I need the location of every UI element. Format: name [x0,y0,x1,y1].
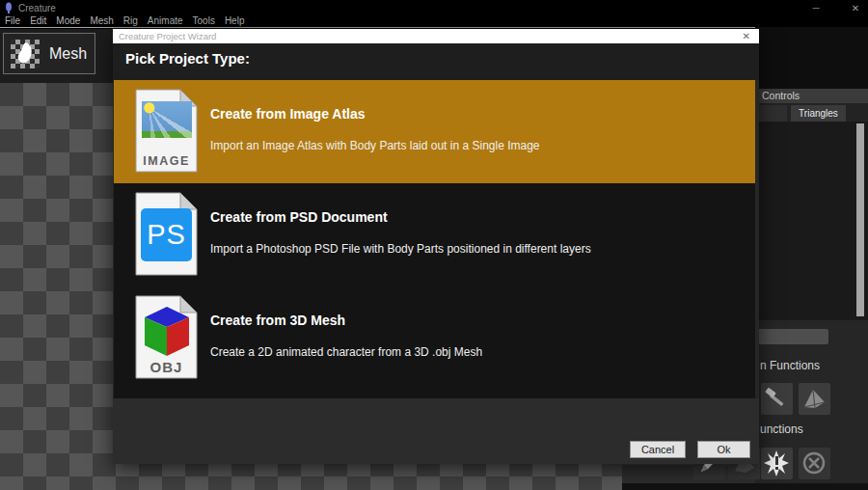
triangles-list-panel [755,122,868,320]
option-description: Import a Photoshop PSD File with Body Pa… [210,242,591,256]
window-titlebar: Creature ─ ✕ [0,0,868,15]
hammer-tool-button[interactable] [761,383,793,415]
close-icon[interactable]: ✕ [849,3,862,14]
ok-button[interactable]: Ok [697,441,750,458]
image-atlas-file-icon: IMAGE [135,89,199,174]
menu-mode[interactable]: Mode [51,15,85,27]
psd-file-icon: PS [135,192,199,277]
obj-file-icon: OBJ [135,295,199,380]
spark-tool-button[interactable] [761,448,793,479]
menu-file[interactable]: File [0,15,25,27]
bottom-dock-strip [622,483,868,490]
window-title: Creature [18,3,56,14]
menu-tools[interactable]: Tools [188,15,220,27]
cancel-button[interactable]: Cancel [630,441,686,458]
option-title: Create from Image Atlas [210,106,366,122]
obj-badge-label: OBJ [136,359,197,375]
psd-badge-box: PS [141,208,192,261]
project-type-list: IMAGE Create from Image Atlas Import an … [114,80,755,398]
menu-help[interactable]: Help [220,15,250,27]
mesh-thumbnail-icon [11,40,40,68]
image-thumbnail [142,101,192,138]
minimize-icon[interactable]: ─ [809,3,823,14]
menu-bar: FileEditModeMeshRigAnimateToolsHelp [0,15,868,28]
right-panel: Controls Triangles n Functions unctions [755,27,868,490]
project-wizard-dialog: Creature Project Wizard ✕ Pick Project T… [113,29,759,464]
menu-mesh[interactable]: Mesh [85,15,118,27]
option-title: Create from 3D Mesh [210,313,345,328]
image-badge-label: IMAGE [136,154,197,168]
dialog-titlebar[interactable]: Creature Project Wizard ✕ [113,29,759,43]
dialog-title: Creature Project Wizard [119,31,216,41]
controls-label: Controls [762,90,800,101]
panel-tabs: Triangles [755,103,868,122]
mesh-region-tool-button[interactable] [799,383,830,415]
functions-label-top: n Functions [760,359,820,372]
creature-logo-icon [4,2,14,14]
option-3d-mesh[interactable]: OBJ Create from 3D Mesh Create a 2D anim… [114,286,755,390]
tab-stub[interactable] [755,105,787,122]
left-toolbar: Mesh [0,29,113,83]
panel-slider-bar[interactable] [755,329,828,344]
option-image-atlas[interactable]: IMAGE Create from Image Atlas Import an … [114,80,755,183]
menu-animate[interactable]: Animate [143,15,188,27]
menu-edit[interactable]: Edit [25,15,51,27]
option-psd-document[interactable]: PS Create from PSD Document Import a Pho… [114,183,755,286]
functions-label-bottom: unctions [760,422,803,436]
scrollbar-thumb[interactable] [856,123,864,316]
mesh-tool-button[interactable]: Mesh [3,33,95,74]
dialog-footer: Cancel Ok [113,398,759,464]
creature-app-window: Creature ─ ✕ FileEditModeMeshRigAnimateT… [0,0,868,490]
dialog-heading: Pick Project Type: [125,50,250,67]
controls-panel-header: Controls [755,89,868,103]
tab-triangles[interactable]: Triangles [791,105,846,122]
option-description: Import an Image Atlas with Body Parts la… [210,139,540,152]
panel-top-spacer [755,27,868,89]
delete-tool-button[interactable] [799,448,830,479]
dialog-close-icon[interactable]: ✕ [743,29,750,43]
mesh-button-label: Mesh [49,45,87,63]
psd-badge-label: PS [147,219,186,251]
option-description: Create a 2D animated character from a 3D… [210,345,482,359]
option-title: Create from PSD Document [210,209,388,225]
menu-rig[interactable]: Rig [119,15,143,27]
